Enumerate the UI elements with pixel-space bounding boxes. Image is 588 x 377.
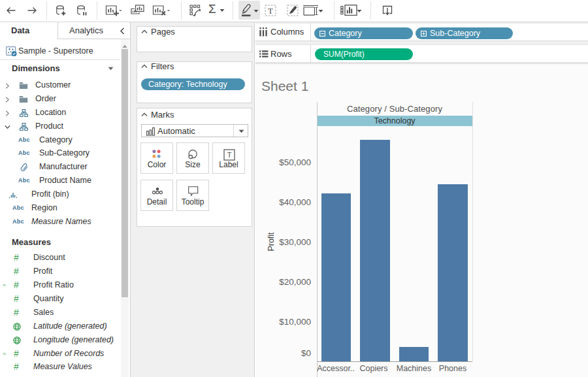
svg-text:T: T: [268, 6, 273, 16]
svg-text:T: T: [227, 151, 232, 159]
